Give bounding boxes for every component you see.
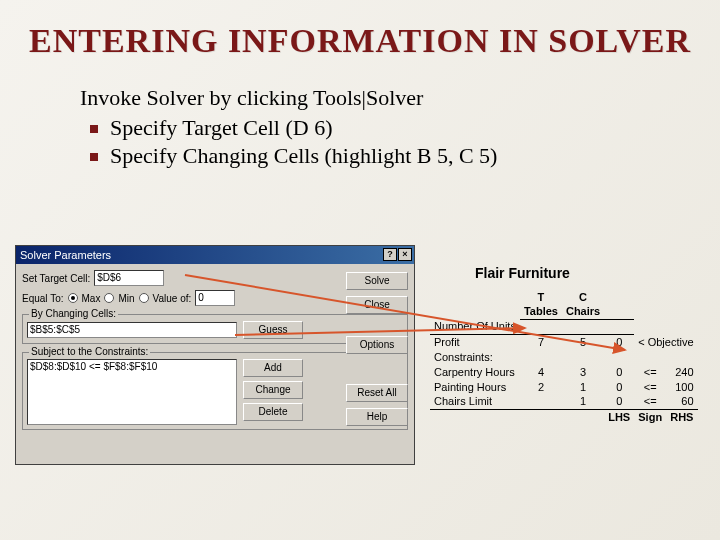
close-button[interactable]: Close — [346, 296, 408, 314]
carp-sign: <= — [634, 364, 666, 379]
bullet-1: Specify Target Cell (D 6) — [90, 115, 640, 141]
solver-title: Solver Parameters — [20, 249, 111, 261]
help-icon[interactable]: ? — [383, 248, 397, 261]
chlim-sign: <= — [634, 394, 666, 409]
carp-C: 3 — [562, 364, 604, 379]
col-C: C — [562, 289, 604, 304]
change-button[interactable]: Change — [243, 381, 303, 399]
row-carpentry: Carpentry Hours — [430, 364, 520, 379]
paint-D: 0 — [604, 379, 634, 394]
chlim-T — [520, 394, 562, 409]
ftr-rhs: RHS — [666, 409, 697, 424]
row-profit: Profit — [430, 334, 520, 349]
bullet-2: Specify Changing Cells (highlight B 5, C… — [90, 143, 640, 169]
chlim-rhs: 60 — [666, 394, 697, 409]
changing-cells-input[interactable]: $B$5:$C$5 — [27, 322, 237, 338]
profit-T: 7 — [520, 334, 562, 349]
constraint-line: $D$8:$D$10 <= $F$8:$F$10 — [30, 361, 234, 372]
min-label: Min — [118, 293, 134, 304]
valueof-radio[interactable] — [139, 293, 149, 303]
constraints-list[interactable]: $D$8:$D$10 <= $F$8:$F$10 — [27, 359, 237, 425]
paint-sign: <= — [634, 379, 666, 394]
ftr-lhs: LHS — [604, 409, 634, 424]
chlim-C: 1 — [562, 394, 604, 409]
valueof-label: Value of: — [153, 293, 192, 304]
row-chairs-limit: Chairs Limit — [430, 394, 520, 409]
help-button[interactable]: Help — [346, 408, 408, 426]
set-target-label: Set Target Cell: — [22, 273, 90, 284]
guess-button[interactable]: Guess — [243, 321, 303, 339]
equal-to-label: Equal To: — [22, 293, 64, 304]
solver-dialog: Solver Parameters ? × Set Target Cell: $… — [15, 245, 415, 465]
max-radio[interactable] — [68, 293, 78, 303]
row-painting: Painting Hours — [430, 379, 520, 394]
profit-C: 5 — [562, 334, 604, 349]
col-T: T — [520, 289, 562, 304]
close-icon[interactable]: × — [398, 248, 412, 261]
carp-D: 0 — [604, 364, 634, 379]
paint-C: 1 — [562, 379, 604, 394]
intro-text: Invoke Solver by clicking Tools|Solver — [80, 85, 640, 111]
row-constraints: Constraints: — [430, 349, 520, 364]
carp-rhs: 240 — [666, 364, 697, 379]
add-button[interactable]: Add — [243, 359, 303, 377]
hdr-chairs: Chairs — [562, 304, 604, 319]
profit-D: 0 — [604, 334, 634, 349]
data-table: T C Tables Chairs Number Of Units Profit… — [430, 289, 698, 424]
options-button[interactable]: Options — [346, 336, 408, 354]
paint-T: 2 — [520, 379, 562, 394]
lower-panel: Solver Parameters ? × Set Target Cell: $… — [15, 245, 710, 530]
hdr-tables: Tables — [520, 304, 562, 319]
chlim-D: 0 — [604, 394, 634, 409]
delete-button[interactable]: Delete — [243, 403, 303, 421]
sheet-title: Flair Furniture — [475, 265, 720, 281]
solver-titlebar: Solver Parameters ? × — [16, 246, 414, 264]
valueof-input[interactable]: 0 — [195, 290, 235, 306]
row-units: Number Of Units — [430, 319, 520, 334]
paint-rhs: 100 — [666, 379, 697, 394]
slide-title: ENTERING INFORMATION IN SOLVER — [0, 0, 720, 60]
min-radio[interactable] — [104, 293, 114, 303]
reset-button[interactable]: Reset All — [346, 384, 408, 402]
carp-T: 4 — [520, 364, 562, 379]
objective-note: < Objective — [634, 334, 697, 349]
target-cell-input[interactable]: $D$6 — [94, 270, 164, 286]
content-block: Invoke Solver by clicking Tools|Solver S… — [80, 85, 640, 169]
spreadsheet-panel: Flair Furniture T C Tables Chairs Number… — [430, 265, 720, 424]
ftr-sign: Sign — [634, 409, 666, 424]
changing-cells-label: By Changing Cells: — [29, 308, 118, 319]
constraints-label: Subject to the Constraints: — [29, 346, 150, 357]
solve-button[interactable]: Solve — [346, 272, 408, 290]
max-label: Max — [82, 293, 101, 304]
